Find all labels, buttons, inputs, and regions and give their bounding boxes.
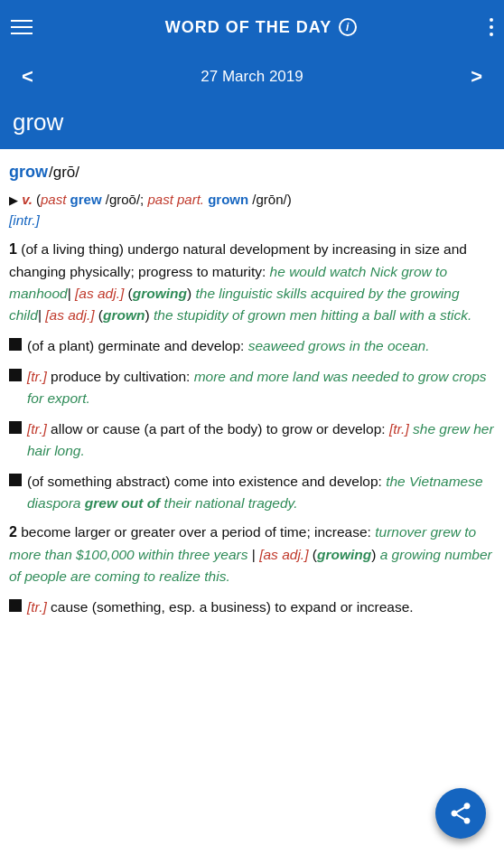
def1-asadj2: [as adj.]	[45, 307, 94, 323]
subdef4-example-bold: grew out of	[85, 495, 161, 511]
subdef3-tr-label: [tr.]	[27, 421, 47, 437]
intr-line: [intr.]	[9, 210, 495, 231]
def1-close2: )	[145, 307, 153, 323]
bullet-square-5	[9, 599, 22, 612]
intr-label: [intr.]	[9, 212, 40, 228]
subdef3-example: she grew her hair long.	[27, 421, 494, 458]
past-word: grew	[70, 192, 102, 207]
def1-asadj1: [as adj.]	[75, 286, 124, 301]
pipe3: |	[248, 547, 260, 562]
subdef5-text: [tr.] cause (something, esp. a business)…	[27, 596, 414, 618]
def2-asadj: [as adj.]	[259, 547, 308, 562]
subdef1-text: (of a plant) germinate and develop: seaw…	[27, 335, 430, 357]
prev-day-button[interactable]: <	[14, 61, 41, 92]
def-num-2: 2	[9, 524, 17, 540]
subdef2-example: more and more land was needed to grow cr…	[27, 369, 487, 406]
past-pron: /groō/;	[106, 192, 148, 207]
share-fab-button[interactable]	[435, 788, 486, 839]
subdef1-example: seaweed grows in the ocean.	[248, 338, 430, 353]
info-icon[interactable]: i	[339, 18, 357, 36]
def-num-1: 1	[9, 241, 17, 257]
header-title: WORD OF THE DAY	[165, 18, 331, 37]
pos-label: v.	[22, 192, 36, 207]
headword: grow	[9, 163, 48, 181]
menu-button[interactable]	[11, 20, 33, 34]
def1-space: (	[124, 286, 132, 301]
bullet-square-3	[9, 421, 22, 434]
word-title-bar: grow	[0, 99, 504, 149]
bullet-square-2	[9, 369, 22, 381]
next-day-button[interactable]: >	[463, 61, 490, 92]
nav-date: 27 March 2019	[201, 68, 303, 86]
subdef-abstract: (of something abstract) come into existe…	[9, 471, 495, 514]
word-title: grow	[13, 108, 63, 136]
def2-growing: growing	[317, 547, 371, 562]
pastpart-pron: /grōn/)	[252, 192, 291, 207]
pastpart-word: grown	[208, 192, 248, 207]
def2-paren1: (	[308, 547, 316, 562]
triangle-icon: ▶	[9, 193, 18, 207]
subdef4-example-end: their national tragedy.	[160, 495, 297, 511]
subdef2-text: [tr.] produce by cultivation: more and m…	[27, 366, 495, 409]
def1-space2: (	[95, 307, 103, 323]
pipe1: |	[68, 286, 75, 301]
pipe2: |	[38, 307, 45, 323]
bullet-square-4	[9, 474, 22, 486]
def2-paren2: )	[371, 547, 379, 562]
definition-2: 2 become larger or greater over a period…	[9, 521, 495, 587]
app-header: WORD OF THE DAY i	[0, 0, 504, 54]
pos-line: ▶ v. (past grew /groō/; past part. grown…	[9, 189, 495, 210]
date-nav-bar: < 27 March 2019 >	[0, 54, 504, 99]
def2-text: become larger or greater over a period o…	[21, 524, 375, 540]
subdef-germinate: (of a plant) germinate and develop: seaw…	[9, 335, 495, 357]
subdef2-tr-label: [tr.]	[27, 369, 47, 384]
subdef-bodypart: [tr.] allow or cause (a part of the body…	[9, 418, 495, 462]
bullet-square-1	[9, 338, 22, 351]
past-label: past	[41, 192, 66, 207]
header-title-group: WORD OF THE DAY i	[165, 18, 357, 37]
subdef3-text: [tr.] allow or cause (a part of the body…	[27, 418, 495, 462]
subdef3-tr-label2: [tr.]	[389, 421, 409, 437]
pastpart-label: past part.	[147, 192, 204, 207]
subdef-expand: [tr.] cause (something, esp. a business)…	[9, 596, 495, 618]
share-icon	[448, 801, 473, 826]
definition-1: 1 (of a living thing) undergo natural de…	[9, 239, 495, 326]
subdef4-text: (of something abstract) come into existe…	[27, 471, 495, 514]
pronunciation: /grō/	[49, 164, 79, 181]
def1-growing: growing	[133, 286, 187, 301]
more-options-button[interactable]	[490, 18, 493, 36]
def1-grown: grown	[103, 307, 145, 323]
content-area: grow /grō/ ▶ v. (past grew /groō/; past …	[0, 149, 504, 690]
def1-example3: the stupidity of grown men hitting a bal…	[154, 307, 471, 323]
subdef-cultivation: [tr.] produce by cultivation: more and m…	[9, 366, 495, 409]
subdef5-tr-label: [tr.]	[27, 599, 47, 615]
